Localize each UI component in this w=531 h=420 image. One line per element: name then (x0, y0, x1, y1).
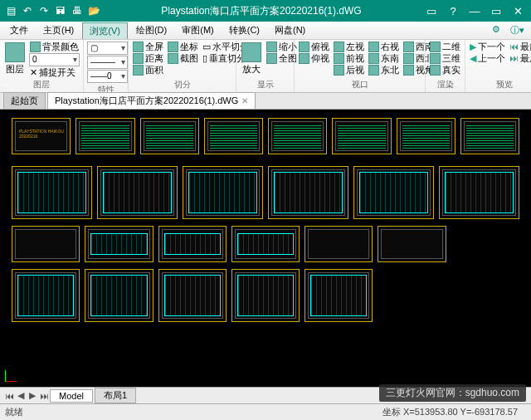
fullscreen-button[interactable]: 全屏 (132, 42, 164, 52)
lineweight-combo[interactable]: ——0 (87, 70, 128, 83)
area-button[interactable]: 面积 (132, 65, 164, 76)
ne-view-button[interactable]: 东北 (368, 65, 400, 76)
thumb[interactable] (332, 118, 391, 154)
group-label: 图层 (3, 78, 80, 90)
tab-document[interactable]: Playstation海口店平面方案20220216(1).dWG✕ (47, 92, 256, 109)
maximize-icon[interactable]: ▭ (486, 2, 506, 19)
bottom-view-button[interactable]: 仰视 (298, 53, 330, 64)
front-view-button[interactable]: 前视 (333, 53, 365, 64)
print-icon[interactable]: 🖶 (70, 3, 85, 18)
ribbon-group-viewport: 俯视 仰视 左视 前视 后视 右视 东南 东北 西南 西北 视角 视口 (295, 40, 426, 92)
thumb[interactable] (97, 166, 178, 219)
tab-layout1[interactable]: 布局1 (95, 388, 136, 403)
window-controls: ▭ ? — ▭ ✕ (421, 2, 528, 19)
menu-netdisk[interactable]: 网盘(N) (268, 22, 312, 38)
wire2d-button[interactable]: 二维 (429, 42, 461, 52)
menu-bar: 文件 主页(H) 浏览(V) 绘图(D) 审图(M) 转换(C) 网盘(N) ⚙… (0, 22, 531, 40)
ribbon-drop-icon[interactable]: ▭ (421, 2, 441, 19)
menu-file[interactable]: 文件 (3, 22, 35, 38)
menu-convert[interactable]: 转换(C) (222, 22, 266, 38)
thumb[interactable] (353, 166, 434, 219)
tab-nav-prev-icon[interactable]: ◀ (15, 390, 27, 401)
tab-close-icon[interactable]: ✕ (241, 96, 248, 105)
last-button[interactable]: ⏭最后 (509, 53, 531, 64)
thumb[interactable] (231, 226, 300, 262)
tab-nav-last-icon[interactable]: ⏭ (38, 391, 50, 401)
thumb[interactable] (268, 166, 348, 219)
thumb[interactable] (304, 269, 373, 322)
settings-icon[interactable]: ⚙ (489, 22, 504, 38)
menu-review[interactable]: 审图(M) (175, 22, 221, 38)
zoomall-button[interactable]: 全图 (266, 53, 298, 64)
top-view-button[interactable]: 俯视 (298, 42, 330, 52)
save-icon[interactable]: 🖬 (53, 3, 68, 18)
group-label: 渲染 (429, 78, 461, 90)
app-menu-icon[interactable]: ▤ (3, 3, 18, 18)
drawing-canvas[interactable]: PLAYSTATION HAIKOU20220216 (0, 110, 531, 387)
thumb[interactable] (460, 118, 519, 154)
distance-button[interactable]: 距离 (132, 53, 164, 64)
close-icon[interactable]: ✕ (508, 2, 528, 19)
thumb[interactable] (183, 166, 263, 219)
real-button[interactable]: 真实 (429, 65, 461, 76)
bgcolor-button[interactable]: 背景颜色 (29, 42, 80, 52)
help-icon[interactable]: ? (443, 2, 463, 19)
tab-model[interactable]: Model (50, 389, 93, 403)
menu-home[interactable]: 主页(H) (37, 22, 80, 38)
zoomout-button[interactable]: 缩小 (266, 42, 298, 52)
watermark: 三更灯火网官网：sgdhuo.com (379, 384, 526, 402)
menu-draw[interactable]: 绘图(D) (129, 22, 173, 38)
thumb[interactable] (12, 166, 92, 219)
thumb[interactable] (397, 118, 455, 154)
minimize-icon[interactable]: — (465, 2, 485, 19)
zoomin-button[interactable]: 放大 (240, 42, 263, 76)
prev-button[interactable]: ◀上一个 (469, 53, 506, 64)
tab-nav-next-icon[interactable]: ▶ (27, 390, 38, 401)
thumb[interactable] (85, 226, 153, 262)
capture-toggle[interactable]: ✕捕捉开关 (29, 67, 80, 78)
thumb[interactable] (12, 269, 80, 322)
ribbon-group-split: 全屏 距离 面积 坐标 截图 ▭水平切分 ▯垂直切分 切分 (129, 40, 236, 92)
ribbon: 图层 背景颜色 0 ✕捕捉开关 图层 ▢ ——— ——0 特性 全屏 距离 面积 (0, 40, 531, 93)
info-icon[interactable]: ⓘ▾ (507, 22, 528, 38)
open-icon[interactable]: 📂 (86, 3, 101, 18)
tab-start[interactable]: 起始页 (3, 92, 46, 109)
thumb[interactable] (231, 269, 300, 322)
thumb[interactable] (158, 269, 227, 322)
thumb[interactable] (76, 118, 134, 154)
quick-access-toolbar: ▤ ↶ ↷ 🖬 🖶 📂 (3, 3, 101, 18)
thumb[interactable]: PLAYSTATION HAIKOU20220216 (12, 118, 71, 154)
redo-icon[interactable]: ↷ (37, 3, 51, 18)
undo-icon[interactable]: ↶ (20, 3, 35, 18)
right-view-button[interactable]: 右视 (368, 42, 400, 52)
left-view-button[interactable]: 左视 (333, 42, 365, 52)
se-view-button[interactable]: 东南 (368, 53, 400, 64)
status-ready: 就绪 (5, 406, 23, 418)
screenshot-button[interactable]: 截图 (167, 53, 199, 64)
document-tab-bar: 起始页 Playstation海口店平面方案20220216(1).dWG✕ (0, 93, 531, 110)
coord-button[interactable]: 坐标 (167, 42, 199, 52)
layer-button[interactable]: 图层 (3, 42, 27, 76)
thumb[interactable] (268, 118, 327, 154)
back-view-button[interactable]: 后视 (333, 65, 365, 76)
menu-view[interactable]: 浏览(V) (82, 22, 128, 39)
thumb[interactable] (140, 118, 199, 154)
thumb[interactable] (12, 226, 80, 262)
linetype-combo[interactable]: ——— (87, 56, 128, 69)
thumb[interactable] (158, 226, 227, 262)
thumb[interactable] (204, 118, 263, 154)
tab-nav-first-icon[interactable]: ⏮ (3, 391, 15, 401)
wire3d-button[interactable]: 三维 (429, 53, 461, 64)
thumb[interactable] (378, 226, 446, 262)
group-label: 预览 (469, 78, 531, 90)
thumb[interactable] (439, 166, 519, 219)
thumb[interactable] (85, 269, 153, 322)
group-label: 切分 (132, 78, 232, 90)
first-button[interactable]: ⏮最前 (509, 42, 531, 52)
ribbon-group-props: ▢ ——— ——0 特性 (84, 40, 129, 92)
layer-combo[interactable]: 0 (29, 53, 80, 66)
thumb[interactable] (304, 226, 373, 262)
next-button[interactable]: ▶下一个 (469, 42, 506, 52)
color-combo[interactable]: ▢ (87, 42, 128, 55)
ribbon-group-preview: ▶下一个 ◀上一个 ⏮最前 ⏭最后 预览 (465, 40, 531, 92)
